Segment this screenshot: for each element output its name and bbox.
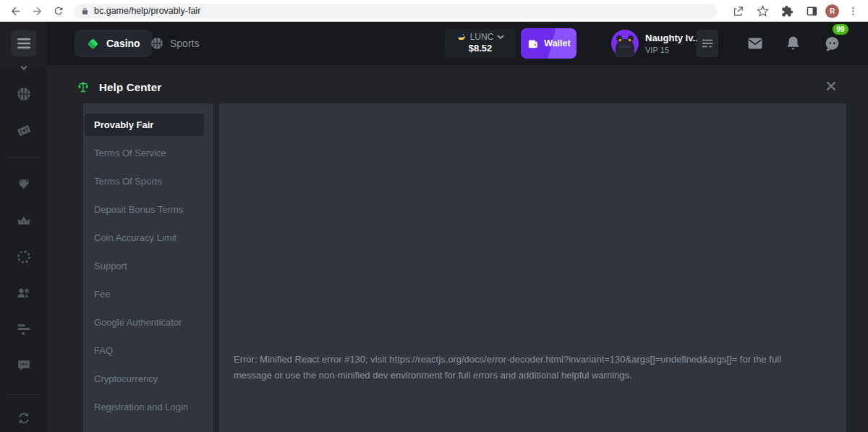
scales-icon (76, 80, 90, 94)
vip-level: VIP 15 (645, 46, 700, 54)
tab-sports[interactable]: Sports (150, 30, 199, 57)
help-menu-item-terms-of-sports[interactable]: Terms Of Sports (85, 170, 204, 192)
sidebar-leaderboard-icon[interactable] (15, 321, 32, 338)
username: Naughty Iv... (645, 33, 700, 43)
help-menu-item-fee[interactable]: Fee (85, 283, 204, 305)
extensions-puzzle-icon[interactable] (776, 1, 798, 20)
wallet-label: Wallet (544, 38, 570, 48)
wallet-icon (527, 38, 539, 50)
browser-back-icon[interactable] (4, 1, 26, 20)
url-text: bc.game/help/provably-fair (94, 6, 200, 16)
browser-forward-icon[interactable] (26, 1, 48, 20)
casino-logo-icon (86, 37, 100, 51)
share-icon[interactable] (727, 1, 749, 20)
help-content-panel: Error: Minified React error #130; visit … (219, 103, 846, 432)
browser-chrome: bc.game/help/provably-fair R (0, 0, 868, 22)
lunc-coin-icon (456, 32, 467, 42)
sidebar-collapse-chevron-icon[interactable] (20, 66, 27, 71)
side-panel-icon[interactable] (801, 1, 822, 20)
close-icon[interactable] (825, 80, 838, 93)
currency-selector[interactable]: LUNC $8.52 (445, 29, 516, 58)
currency-amount: $8.52 (445, 43, 516, 54)
avatar (611, 30, 639, 57)
help-center-modal: Help Center Provably Fair Terms Of Servi… (47, 65, 868, 432)
browser-actions: R (727, 1, 868, 20)
help-menu-item-terms-of-service[interactable]: Terms Of Service (85, 142, 204, 164)
help-menu-item-coin-accuracy-limit[interactable]: Coin Accuracy Limit (85, 226, 204, 249)
bookmark-star-icon[interactable] (752, 1, 773, 20)
react-error-message: Error: Minified React error #130; visit … (234, 352, 812, 384)
browser-profile-avatar[interactable]: R (825, 4, 839, 18)
sidebar-bonus-wheel-icon[interactable] (16, 249, 32, 265)
collapsed-sidebar (0, 65, 47, 432)
browser-menu-dots-icon[interactable] (842, 1, 864, 20)
help-menu-item-google-authenticator[interactable]: Google Authenticator (85, 311, 204, 334)
casino-label: Casino (106, 38, 140, 49)
hamburger-menu-button[interactable] (11, 30, 36, 56)
sidebar-divider (6, 158, 41, 158)
help-menu-panel: Provably Fair Terms Of Service Terms Of … (83, 103, 213, 432)
vip-details-button[interactable] (697, 30, 718, 57)
mail-icon[interactable] (746, 35, 764, 52)
modal-title: Help Center (99, 81, 161, 93)
sidebar-forum-chat-icon[interactable] (16, 357, 32, 373)
browser-refresh-icon[interactable] (48, 1, 69, 20)
sidebar-header-cell (0, 22, 47, 65)
sidebar-swap-icon[interactable] (15, 410, 32, 427)
help-menu-item-cryptocurrency[interactable]: Cryptocurrency (85, 368, 204, 390)
basketball-icon (150, 36, 164, 51)
help-menu-item-faq[interactable]: FAQ (85, 339, 204, 362)
sidebar-sports-icon[interactable] (16, 86, 32, 102)
chat-unread-badge: 99 (833, 24, 848, 35)
lock-icon (81, 7, 89, 16)
sidebar-divider (6, 394, 41, 395)
help-menu-item-deposit-bonus-terms[interactable]: Deposit Bonus Terms (85, 198, 204, 221)
sidebar-promotions-tags-icon[interactable] (16, 177, 32, 192)
help-menu-item-registration-and-login[interactable]: Registration and Login (85, 396, 204, 418)
sidebar-vip-crown-icon[interactable] (16, 213, 31, 229)
help-menu-item-bc-swap-policy[interactable]: BC Swap Policy (85, 424, 204, 432)
sidebar-bets-ticket-icon[interactable] (15, 122, 32, 139)
sports-label: Sports (170, 38, 199, 49)
notifications-bell-icon[interactable] (785, 35, 802, 52)
help-menu-item-support[interactable]: Support (85, 255, 204, 277)
tab-casino[interactable]: Casino (75, 30, 152, 57)
address-bar[interactable]: bc.game/help/provably-fair (74, 4, 717, 19)
user-profile[interactable]: Naughty Iv... VIP 15 (611, 30, 700, 57)
chevron-down-icon (497, 35, 504, 40)
site-header: Casino Sports LUNC $8.52 Wallet Naug (0, 22, 868, 65)
chat-support-icon[interactable] (823, 35, 841, 52)
currency-code: LUNC (470, 32, 494, 42)
wallet-button[interactable]: Wallet (521, 28, 576, 59)
help-menu-item-provably-fair[interactable]: Provably Fair (85, 114, 204, 136)
sidebar-refer-friends-icon[interactable] (15, 285, 32, 302)
